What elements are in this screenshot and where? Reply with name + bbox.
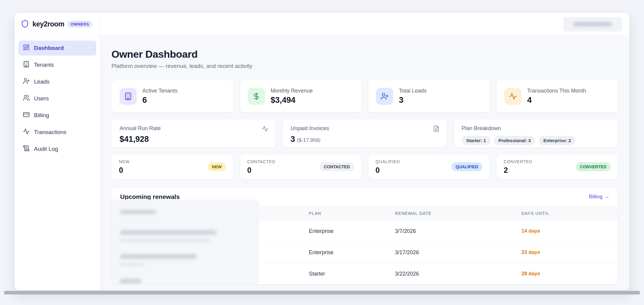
days-until-cell: 14 days	[517, 228, 618, 234]
stage-value: 0	[119, 166, 129, 175]
topbar	[100, 13, 629, 36]
metric-value: $41,928	[120, 135, 268, 144]
redacted-text-blob	[120, 254, 197, 259]
plan-cell: Starter	[304, 271, 390, 277]
sidebar-item-dashboard[interactable]: Dashboard	[18, 41, 96, 56]
stat-label: Transactions This Month	[527, 88, 586, 94]
redacted-text-blob	[120, 239, 210, 242]
scroll-icon	[23, 145, 30, 153]
plan-pill-professional: Professional: 3	[494, 136, 536, 145]
users-icon	[23, 94, 30, 103]
sidebar-item-label: Leads	[34, 78, 50, 85]
sidebar-item-users[interactable]: Users	[18, 91, 96, 106]
days-until-cell: 28 days	[517, 271, 618, 277]
bottom-scrollbar[interactable]	[4, 291, 640, 294]
stat-card-active-tenants: Active Tenants 6	[111, 80, 233, 113]
metric-value: 3($-17,956)	[290, 135, 439, 144]
user-plus-icon	[376, 88, 393, 105]
sidebar: key2room OWNERS Dashboard Tenants Leads …	[15, 13, 100, 290]
activity-icon	[504, 88, 521, 105]
stage-value: 2	[504, 166, 532, 175]
brand-name: key2room	[32, 20, 64, 28]
redaction-overlay	[112, 200, 259, 285]
plan-pill-starter: Starter: 1	[462, 136, 491, 145]
stage-label: NEW	[119, 159, 129, 164]
stage-value: 0	[375, 166, 400, 175]
status-badge-contacted: CONTACTED	[320, 162, 354, 171]
sidebar-item-label: Users	[34, 95, 49, 102]
annual-run-rate-card: Annual Run Rate $41,928	[111, 119, 276, 148]
status-badge-converted: CONVERTED	[576, 162, 611, 171]
sidebar-item-tenants[interactable]: Tenants	[18, 57, 96, 72]
billing-link-label: Billing	[589, 194, 603, 200]
days-until-cell: 23 days	[517, 249, 618, 255]
activity-icon	[23, 128, 30, 136]
column-header-renewal-date: RENEWAL DATE	[390, 206, 517, 220]
stat-value: 4	[527, 96, 586, 105]
upcoming-renewals-card: Upcoming renewals Billing → PLAN RENEWAL…	[111, 187, 618, 285]
stage-card-new: NEW 0 NEW	[111, 154, 233, 179]
stage-label: CONTACTED	[247, 159, 275, 164]
plan-cell: Enterprise	[304, 249, 390, 256]
dashboard-content: Owner Dashboard Platform overview — reve…	[100, 36, 629, 290]
stat-card-monthly-revenue: Monthly Revenue $3,494	[240, 80, 362, 113]
status-badge-qualified: QUALIFIED	[451, 162, 482, 171]
sidebar-item-label: Transactions	[34, 129, 66, 136]
billing-link[interactable]: Billing →	[589, 194, 609, 200]
file-text-icon	[433, 125, 440, 133]
sidebar-nav: Dashboard Tenants Leads Users Billing Tr…	[15, 36, 100, 161]
renewal-date-cell: 3/22/2026	[390, 271, 517, 277]
lead-stages-row: NEW 0 NEW CONTACTED 0 CONTACTED QUALIFIE…	[111, 154, 618, 179]
unpaid-count: 3	[290, 135, 295, 144]
brand[interactable]: key2room OWNERS	[15, 13, 100, 36]
stat-label: Active Tenants	[142, 88, 178, 94]
metrics-row: Annual Run Rate $41,928 Unpaid Invoices …	[111, 119, 618, 148]
stage-value: 0	[247, 166, 275, 175]
user-menu-button-redacted[interactable]	[563, 17, 622, 32]
stage-card-converted: CONVERTED 2 CONVERTED	[496, 154, 618, 179]
renewal-date-cell: 3/17/2026	[390, 249, 517, 256]
dashboard-icon	[23, 44, 30, 52]
brand-badge: OWNERS	[68, 21, 92, 28]
plan-pill-enterprise: Enterprise: 2	[539, 136, 576, 145]
sidebar-item-billing[interactable]: Billing	[18, 108, 96, 123]
shield-icon	[21, 20, 29, 29]
plan-cell: Enterprise	[304, 228, 390, 234]
stage-label: QUALIFIED	[375, 159, 400, 164]
renewal-date-cell: 3/7/2026	[390, 228, 517, 234]
redacted-text-blob	[120, 263, 144, 266]
plan-breakdown-card: Plan Breakdown Starter: 1 Professional: …	[454, 119, 618, 148]
metric-label: Unpaid Invoices	[290, 125, 439, 132]
unpaid-invoices-card: Unpaid Invoices 3($-17,956)	[282, 119, 447, 148]
stat-card-total-leads: Total Leads 3	[368, 80, 490, 113]
stat-label: Total Leads	[399, 88, 427, 94]
plan-pill-row: Starter: 1 Professional: 3 Enterprise: 2	[462, 136, 610, 145]
stat-label: Monthly Revenue	[271, 88, 313, 94]
page-title: Owner Dashboard	[111, 48, 618, 60]
sidebar-item-label: Dashboard	[34, 45, 64, 51]
metric-label: Plan Breakdown	[462, 125, 610, 132]
redacted-text-blob	[120, 279, 141, 284]
building-icon	[120, 88, 137, 105]
sidebar-item-leads[interactable]: Leads	[18, 74, 96, 89]
stage-card-contacted: CONTACTED 0 CONTACTED	[240, 154, 362, 179]
stage-card-qualified: QUALIFIED 0 QUALIFIED	[368, 154, 490, 179]
stat-card-transactions-month: Transactions This Month 4	[496, 80, 618, 113]
sidebar-item-audit-log[interactable]: Audit Log	[18, 142, 96, 157]
redacted-text-blob	[120, 230, 216, 235]
metric-label: Annual Run Rate	[120, 125, 268, 132]
activity-icon	[262, 125, 269, 133]
sidebar-item-transactions[interactable]: Transactions	[18, 125, 96, 140]
status-badge-new: NEW	[208, 162, 226, 171]
page-subtitle: Platform overview — revenue, leads, and …	[111, 63, 618, 69]
building-icon	[23, 61, 30, 69]
main-area: Owner Dashboard Platform overview — reve…	[100, 13, 629, 290]
redacted-text-blob	[120, 210, 156, 214]
redacted-text-blob	[573, 22, 612, 26]
user-plus-icon	[23, 78, 30, 86]
arrow-right-icon: →	[604, 194, 609, 200]
stat-value: 6	[142, 96, 178, 105]
column-header-days-until: DAYS UNTIL	[517, 206, 618, 220]
sidebar-item-label: Tenants	[34, 62, 54, 68]
stage-label: CONVERTED	[504, 159, 532, 164]
